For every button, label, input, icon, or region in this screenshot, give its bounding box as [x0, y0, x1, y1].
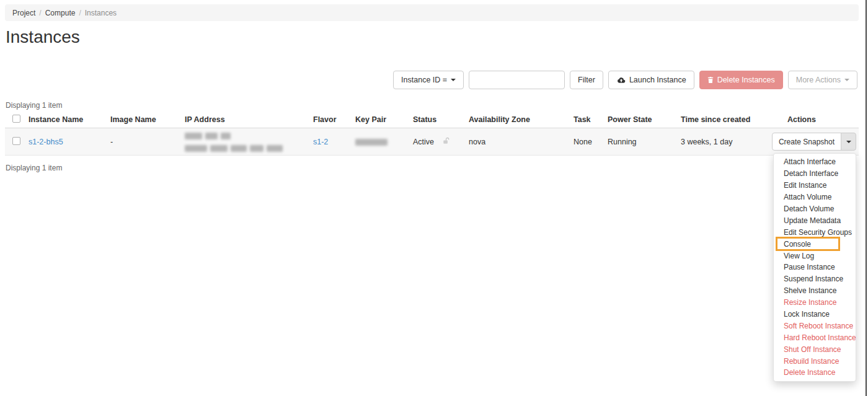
menu-item-delete-instance[interactable]: Delete Instance: [774, 367, 856, 379]
more-actions-label: More Actions: [796, 76, 841, 84]
delete-instances-label: Delete Instances: [717, 76, 775, 84]
item-count-top: Displaying 1 item: [6, 101, 62, 110]
header-power-state[interactable]: Power State: [603, 115, 676, 124]
table-row: s1-2-bhs5 - s1-2 Active nova None Runnin…: [5, 128, 859, 156]
header-time-since-created[interactable]: Time since created: [676, 115, 782, 124]
row-actions-caret-button[interactable]: [841, 133, 856, 151]
menu-item-lock-instance[interactable]: Lock Instance: [774, 309, 856, 320]
ip-address-redacted: [180, 131, 308, 152]
status-value: Active: [408, 138, 437, 146]
create-snapshot-button[interactable]: Create Snapshot: [772, 133, 841, 151]
menu-item-suspend-instance[interactable]: Suspend Instance: [774, 273, 856, 285]
caret-down-icon: [846, 141, 851, 143]
header-ip-address[interactable]: IP Address: [180, 115, 308, 124]
menu-item-pause-instance[interactable]: Pause Instance: [774, 262, 856, 273]
menu-item-resize-instance[interactable]: Resize Instance: [774, 297, 856, 309]
row-actions-menu: Attach Interface Detach Interface Edit I…: [773, 153, 856, 382]
page-title: Instances: [6, 27, 80, 47]
breadcrumb-project[interactable]: Project: [12, 9, 35, 17]
instance-name-link[interactable]: s1-2-bhs5: [29, 138, 63, 146]
menu-item-detach-volume[interactable]: Detach Volume: [774, 203, 856, 215]
menu-item-soft-reboot-instance[interactable]: Soft Reboot Instance: [774, 320, 856, 332]
console-highlight-box: [776, 237, 840, 251]
launch-instance-label: Launch Instance: [629, 76, 686, 84]
table-header-row: Instance Name Image Name IP Address Flav…: [5, 112, 859, 128]
breadcrumb-separator: /: [39, 9, 41, 17]
header-task[interactable]: Task: [569, 115, 603, 124]
launch-instance-button[interactable]: Launch Instance: [608, 71, 694, 89]
unlock-icon: [437, 137, 464, 146]
availability-zone-value: nova: [464, 138, 569, 146]
key-pair-redacted: [350, 138, 408, 146]
filter-button[interactable]: Filter: [570, 71, 603, 89]
menu-item-hard-reboot-instance[interactable]: Hard Reboot Instance: [774, 332, 856, 343]
menu-item-view-log[interactable]: View Log: [774, 250, 856, 262]
task-value: None: [569, 138, 603, 146]
header-image-name[interactable]: Image Name: [105, 115, 180, 124]
row-actions: Create Snapshot: [782, 133, 859, 151]
image-name-value: -: [105, 138, 180, 146]
item-count-bottom: Displaying 1 item: [6, 164, 62, 172]
breadcrumb-separator: /: [79, 9, 81, 17]
caret-down-icon: [451, 79, 456, 81]
filter-field-label: Instance ID =: [401, 76, 447, 84]
menu-item-console[interactable]: Console: [774, 238, 856, 250]
breadcrumb-compute[interactable]: Compute: [45, 9, 76, 17]
menu-item-attach-interface[interactable]: Attach Interface: [774, 156, 856, 168]
power-state-value: Running: [603, 138, 676, 146]
menu-item-update-metadata[interactable]: Update Metadata: [774, 214, 856, 226]
menu-item-detach-interface[interactable]: Detach Interface: [774, 168, 856, 180]
filter-field-dropdown[interactable]: Instance ID =: [393, 71, 464, 89]
breadcrumb-instances: Instances: [85, 9, 117, 17]
delete-instances-button[interactable]: Delete Instances: [699, 71, 783, 89]
menu-item-shut-off-instance[interactable]: Shut Off Instance: [774, 343, 856, 355]
header-availability-zone[interactable]: Availability Zone: [464, 115, 569, 124]
breadcrumb: Project / Compute / Instances: [5, 4, 859, 21]
menu-item-shelve-instance[interactable]: Shelve Instance: [774, 285, 856, 297]
caret-down-icon: [844, 79, 849, 81]
time-since-created-value: 3 weeks, 1 day: [676, 138, 782, 146]
instances-page: Project / Compute / Instances Instances …: [0, 0, 867, 396]
menu-item-edit-instance[interactable]: Edit Instance: [774, 180, 856, 191]
menu-item-rebuild-instance[interactable]: Rebuild Instance: [774, 355, 856, 367]
header-flavor[interactable]: Flavor: [308, 115, 350, 124]
header-actions: Actions: [782, 115, 859, 124]
table-toolbar: Instance ID = Filter Launch Instance Del…: [393, 71, 857, 89]
header-status[interactable]: Status: [408, 115, 437, 124]
flavor-link[interactable]: s1-2: [313, 138, 328, 146]
menu-item-edit-security-groups[interactable]: Edit Security Groups: [774, 226, 856, 238]
trash-icon: [707, 76, 714, 84]
menu-item-attach-volume[interactable]: Attach Volume: [774, 191, 856, 203]
more-actions-button[interactable]: More Actions: [788, 71, 857, 89]
header-instance-name[interactable]: Instance Name: [24, 115, 105, 124]
header-key-pair[interactable]: Key Pair: [350, 115, 408, 124]
filter-input[interactable]: [469, 71, 565, 89]
select-all-checkbox[interactable]: [12, 115, 20, 123]
row-checkbox[interactable]: [12, 137, 20, 145]
cloud-upload-icon: [616, 77, 626, 84]
